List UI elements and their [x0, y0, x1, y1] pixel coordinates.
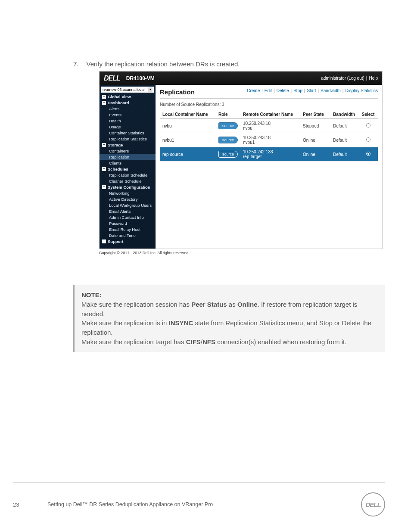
cell-local: nvbu1	[160, 133, 216, 147]
sidebar-item-label: Replication Schedule	[109, 173, 147, 177]
role-badge: source	[218, 151, 238, 158]
replication-count: Number of Source Replications: 3	[160, 102, 378, 107]
minus-icon[interactable]: −	[102, 185, 106, 189]
sidebar-item-replication-statistics[interactable]: Replication Statistics	[100, 136, 156, 142]
sidebar-item-active-directory[interactable]: Active Directory	[100, 196, 156, 202]
minus-icon[interactable]: −	[102, 101, 106, 105]
cell-remote: 10.250.243.18nvbu	[240, 119, 300, 133]
cell-bw: Default	[330, 133, 358, 147]
sidebar-item-alerts[interactable]: Alerts	[100, 106, 156, 112]
cell-peer: Online	[300, 147, 330, 162]
sidebar-item-label: Global View	[108, 94, 131, 99]
host-selector[interactable]: rvan-sw-03.ocarina.local ▾	[101, 87, 154, 93]
sidebar-item-usage[interactable]: Usage	[100, 124, 156, 130]
sidebar-item-replication-schedule[interactable]: Replication Schedule	[100, 172, 156, 178]
sidebar-item-email-relay-host[interactable]: Email Relay Host	[100, 226, 156, 232]
sidebar-item-health[interactable]: Health	[100, 118, 156, 124]
minus-icon[interactable]: −	[102, 143, 106, 147]
sidebar-item-storage[interactable]: −Storage	[100, 142, 156, 148]
copyright-text: Copyright © 2011 - 2013 Dell Inc. All ri…	[99, 251, 385, 255]
cell-local: nvbu	[160, 119, 216, 133]
cell-role: source	[216, 119, 240, 133]
replication-table: Local Container Name Role Remote Contain…	[160, 110, 378, 162]
cell-select[interactable]	[358, 133, 378, 147]
step-text: Verify the replication relation between …	[87, 60, 240, 68]
sidebar-item-container-statistics[interactable]: Container Statistics	[100, 130, 156, 136]
sidebar-item-date-and-time[interactable]: Date and Time	[100, 232, 156, 238]
sidebar-item-label: Networking	[109, 191, 130, 196]
note-line3: Make sure the replication target has CIF…	[81, 338, 346, 345]
chevron-down-icon: ▾	[148, 87, 153, 92]
sidebar-item-dashboard[interactable]: −Dashboard	[100, 100, 156, 106]
action-display-statistics[interactable]: Display Statistics	[345, 88, 378, 93]
cell-remote: 10.250.242.133rep-target	[240, 147, 300, 162]
action-delete[interactable]: Delete	[277, 88, 289, 93]
cell-select[interactable]	[358, 147, 378, 162]
sidebar-item-system-configuration[interactable]: −System Configuration	[100, 184, 156, 190]
user-link[interactable]: administrator (Log out)	[321, 76, 364, 81]
sidebar-item-global-view[interactable]: −Global View	[100, 93, 156, 100]
sidebar-item-label: Usage	[109, 124, 121, 129]
sidebar-item-containers[interactable]: Containers	[100, 148, 156, 154]
product-name: DR4100-VM	[126, 75, 155, 81]
sidebar-item-label: Email Alerts	[109, 209, 131, 214]
cell-remote: 10.250.243.18nvbu1	[240, 133, 300, 147]
table-row[interactable]: nvbusource10.250.243.18nvbuStoppedDefaul…	[160, 119, 378, 133]
action-bandwidth[interactable]: Bandwidth	[321, 88, 341, 93]
note-box: NOTE: Make sure the replication session …	[73, 285, 385, 352]
cell-local: rep-source	[160, 147, 216, 162]
action-start[interactable]: Start	[307, 88, 316, 93]
action-edit[interactable]: Edit	[265, 88, 272, 93]
dell-logo: DELL	[104, 75, 120, 82]
cell-role: source	[216, 147, 240, 162]
sidebar-item-events[interactable]: Events	[100, 112, 156, 118]
action-create[interactable]: Create	[247, 88, 260, 93]
sidebar-item-label: Alerts	[109, 106, 119, 111]
plus-icon[interactable]: +	[102, 240, 106, 243]
col-sel: Select	[358, 110, 378, 119]
topbar-right: administrator (Log out) | Help	[321, 76, 378, 81]
sidebar-item-label: Containers	[109, 149, 129, 153]
footer-title: Setting up Dell™ DR Series Deduplication…	[47, 501, 213, 507]
cell-bw: Default	[330, 119, 358, 133]
select-radio[interactable]	[366, 152, 371, 156]
select-radio[interactable]	[366, 123, 371, 128]
sidebar-item-label: Storage	[108, 143, 123, 147]
sidebar-item-label: Dashboard	[108, 100, 129, 105]
col-role: Role	[216, 110, 240, 119]
sidebar-item-local-workgroup-users[interactable]: Local Workgroup Users	[100, 202, 156, 208]
sidebar-item-email-alerts[interactable]: Email Alerts	[100, 208, 156, 214]
sidebar-item-password[interactable]: Password	[100, 220, 156, 226]
cell-bw: Default	[330, 147, 358, 162]
sidebar-item-label: Schedules	[108, 167, 128, 171]
sidebar-item-networking[interactable]: Networking	[100, 190, 156, 196]
help-link[interactable]: Help	[369, 76, 378, 81]
separator: |	[366, 76, 367, 81]
table-row[interactable]: rep-sourcesource10.250.242.133rep-target…	[160, 147, 378, 162]
select-radio[interactable]	[366, 137, 371, 142]
page-number: 23	[13, 501, 47, 508]
sidebar-item-clients[interactable]: Clients	[100, 160, 156, 166]
sidebar-item-label: Health	[109, 118, 121, 123]
sidebar-item-support[interactable]: +Support	[100, 238, 156, 244]
page-title: Replication	[160, 88, 195, 96]
minus-icon[interactable]: −	[102, 167, 106, 171]
role-badge: source	[218, 122, 238, 129]
action-stop[interactable]: Stop	[293, 88, 302, 93]
role-badge: source	[218, 137, 238, 143]
step-row: 7. Verify the replication relation betwe…	[73, 60, 385, 68]
sidebar-item-replication[interactable]: Replication	[100, 154, 156, 160]
sidebar-item-cleaner-schedule[interactable]: Cleaner Schedule	[100, 178, 156, 184]
cell-select[interactable]	[358, 119, 378, 133]
sidebar-item-schedules[interactable]: −Schedules	[100, 166, 156, 172]
sidebar-item-admin-contact-info[interactable]: Admin Contact Info	[100, 214, 156, 220]
minus-icon[interactable]: −	[102, 95, 106, 99]
note-title: NOTE:	[81, 291, 102, 299]
step-number: 7.	[73, 60, 79, 68]
sidebar-item-label: Container Statistics	[109, 131, 144, 135]
sidebar-item-label: Clients	[109, 161, 121, 165]
sidebar-item-label: System Configuration	[108, 185, 150, 190]
col-peer: Peer State	[300, 110, 330, 119]
table-row[interactable]: nvbu1source10.250.243.18nvbu1OnlineDefau…	[160, 133, 378, 147]
note-line1: Make sure the replication session has Pe…	[81, 301, 357, 317]
